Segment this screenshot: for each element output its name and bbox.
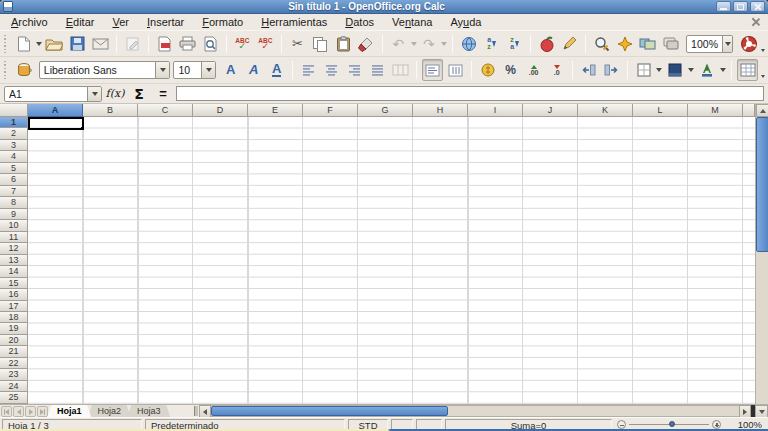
equals-icon[interactable]: = bbox=[152, 85, 174, 102]
row-header-14[interactable]: 14 bbox=[0, 266, 28, 277]
close-button[interactable] bbox=[750, 1, 765, 12]
row-header-17[interactable]: 17 bbox=[0, 301, 28, 312]
font-color-icon[interactable] bbox=[697, 59, 718, 81]
formula-input-line[interactable] bbox=[176, 86, 764, 101]
scroll-up-icon[interactable] bbox=[756, 104, 768, 117]
redo-dropdown-icon[interactable] bbox=[440, 33, 448, 55]
toolbar-drag-handle[interactable] bbox=[4, 61, 9, 79]
sort-descending-icon[interactable]: za bbox=[504, 33, 525, 55]
row-header-6[interactable]: 6 bbox=[0, 174, 28, 185]
clone-formatting-icon[interactable] bbox=[356, 33, 377, 55]
text-direction-horizontal-icon[interactable] bbox=[422, 59, 443, 81]
bold-icon[interactable]: A bbox=[220, 59, 241, 81]
row-header-3[interactable]: 3 bbox=[0, 140, 28, 151]
help-icon[interactable] bbox=[738, 33, 759, 55]
column-header-I[interactable]: I bbox=[468, 104, 523, 117]
undo-dropdown-icon[interactable] bbox=[410, 33, 418, 55]
sum-icon[interactable]: Σ bbox=[128, 85, 150, 102]
insert-chart-icon[interactable] bbox=[536, 33, 557, 55]
borders-dropdown-icon[interactable] bbox=[655, 59, 664, 81]
styles-and-formatting-icon[interactable] bbox=[14, 59, 35, 81]
tab-scrollbar-splitter[interactable] bbox=[194, 406, 198, 416]
menu-ayuda[interactable]: Ayuda bbox=[441, 14, 490, 30]
column-header-D[interactable]: D bbox=[193, 104, 248, 117]
add-decimal-icon[interactable]: .00 bbox=[523, 59, 544, 81]
cell-grid[interactable] bbox=[28, 117, 755, 404]
toolbar-drag-handle[interactable] bbox=[4, 35, 8, 53]
gallery-icon[interactable] bbox=[637, 33, 658, 55]
first-sheet-icon[interactable] bbox=[1, 406, 12, 417]
column-header-E[interactable]: E bbox=[248, 104, 303, 117]
row-header-2[interactable]: 2 bbox=[0, 128, 28, 139]
auto-spellcheck-icon[interactable]: ABC✓ bbox=[255, 33, 276, 55]
row-header-7[interactable]: 7 bbox=[0, 186, 28, 197]
font-name-combobox[interactable]: Liberation Sans bbox=[39, 61, 171, 79]
menu-insertar[interactable]: Insertar bbox=[138, 14, 193, 30]
underline-icon[interactable]: A bbox=[266, 59, 287, 81]
zoom-slider-track[interactable] bbox=[629, 424, 709, 426]
cut-icon[interactable]: ✂ bbox=[287, 33, 308, 55]
redo-icon[interactable]: ↷ bbox=[418, 33, 439, 55]
menu-datos[interactable]: Datos bbox=[336, 14, 383, 30]
menu-herramientas[interactable]: Herramientas bbox=[252, 14, 336, 30]
undo-icon[interactable]: ↶ bbox=[388, 33, 409, 55]
row-header-19[interactable]: 19 bbox=[0, 323, 28, 334]
cell-cursor-a1[interactable] bbox=[28, 117, 84, 130]
previous-sheet-icon[interactable] bbox=[13, 406, 24, 417]
zoom-out-icon[interactable] bbox=[617, 420, 626, 429]
column-header-G[interactable]: G bbox=[358, 104, 413, 117]
borders-icon[interactable] bbox=[633, 59, 654, 81]
grid-lines-icon[interactable] bbox=[737, 59, 758, 81]
row-header-21[interactable]: 21 bbox=[0, 346, 28, 357]
find-replace-icon[interactable] bbox=[591, 33, 612, 55]
row-header-4[interactable]: 4 bbox=[0, 151, 28, 162]
font-name-dropdown-icon[interactable] bbox=[155, 62, 169, 78]
maximize-button[interactable] bbox=[733, 1, 748, 12]
toolbar-options-icon[interactable] bbox=[759, 59, 766, 81]
row-header-24[interactable]: 24 bbox=[0, 381, 28, 392]
titlebar[interactable]: Sin título 1 - OpenOffice.org Calc bbox=[0, 0, 768, 14]
new-document-dropdown-icon[interactable] bbox=[35, 33, 43, 55]
draw-functions-icon[interactable] bbox=[559, 33, 580, 55]
page-preview-icon[interactable] bbox=[200, 33, 221, 55]
email-icon[interactable] bbox=[90, 33, 111, 55]
column-header-L[interactable]: L bbox=[633, 104, 688, 117]
row-header-22[interactable]: 22 bbox=[0, 358, 28, 369]
export-pdf-icon[interactable] bbox=[154, 33, 175, 55]
select-all-corner[interactable] bbox=[0, 104, 28, 117]
paste-icon[interactable] bbox=[333, 33, 354, 55]
percent-format-icon[interactable]: % bbox=[500, 59, 521, 81]
decrease-indent-icon[interactable] bbox=[578, 59, 599, 81]
name-box-dropdown-icon[interactable] bbox=[87, 87, 101, 101]
column-header-J[interactable]: J bbox=[523, 104, 578, 117]
merge-cells-icon[interactable] bbox=[390, 59, 411, 81]
copy-icon[interactable] bbox=[310, 33, 331, 55]
minimize-button[interactable] bbox=[716, 1, 731, 12]
row-header-10[interactable]: 10 bbox=[0, 220, 28, 231]
align-center-icon[interactable] bbox=[321, 59, 342, 81]
menu-ver[interactable]: Ver bbox=[103, 14, 138, 30]
data-sources-icon[interactable] bbox=[660, 33, 681, 55]
zoom-combobox[interactable]: 100% bbox=[686, 35, 733, 53]
increase-indent-icon[interactable] bbox=[601, 59, 622, 81]
zoom-slider-handle[interactable] bbox=[669, 421, 675, 427]
horizontal-scrollbar-thumb[interactable] bbox=[211, 406, 448, 416]
row-header-20[interactable]: 20 bbox=[0, 335, 28, 346]
align-right-icon[interactable] bbox=[344, 59, 365, 81]
column-header-M[interactable]: M bbox=[688, 104, 743, 117]
font-color-dropdown-icon[interactable] bbox=[719, 59, 728, 81]
next-sheet-icon[interactable] bbox=[25, 406, 36, 417]
document-close-icon[interactable] bbox=[750, 16, 762, 28]
row-header-23[interactable]: 23 bbox=[0, 369, 28, 380]
spellcheck-icon[interactable]: ABC✓ bbox=[232, 33, 253, 55]
function-wizard-icon[interactable]: f(x) bbox=[104, 85, 126, 102]
row-header-18[interactable]: 18 bbox=[0, 312, 28, 323]
open-icon[interactable] bbox=[44, 33, 65, 55]
zoom-in-icon[interactable] bbox=[712, 420, 721, 429]
row-header-5[interactable]: 5 bbox=[0, 163, 28, 174]
new-document-icon[interactable] bbox=[13, 33, 34, 55]
column-header-F[interactable]: F bbox=[303, 104, 358, 117]
row-header-13[interactable]: 13 bbox=[0, 255, 28, 266]
menu-ventana[interactable]: Ventana bbox=[383, 14, 441, 30]
vertical-scrollbar[interactable] bbox=[755, 104, 768, 404]
